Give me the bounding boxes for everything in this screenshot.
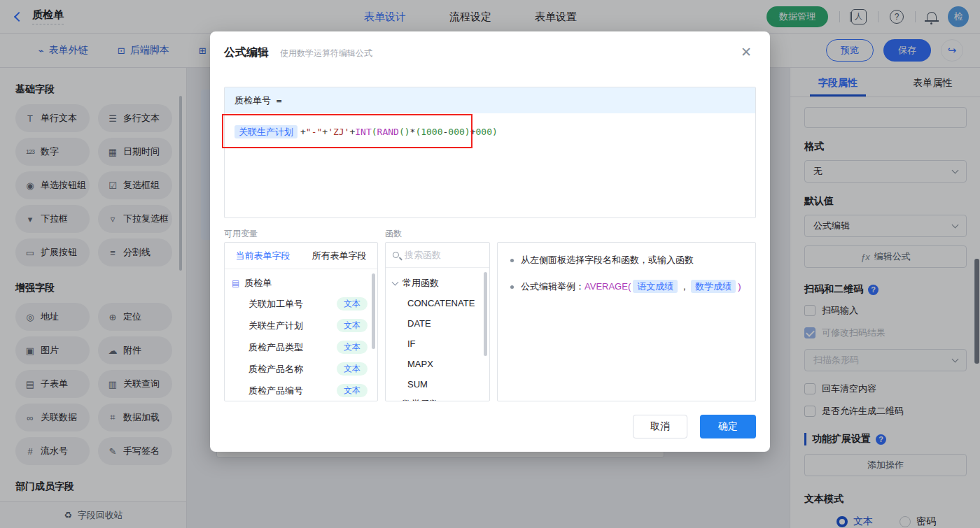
confirm-button[interactable]: 确定 — [700, 415, 756, 438]
variables-panel: 当前表单字段所有表单字段 ▤ 质检单 关联加工单号文本关联生产计划文本质检产品类… — [224, 242, 378, 401]
cancel-button[interactable]: 取消 — [633, 415, 687, 438]
tips-panel: 从左侧面板选择字段名和函数，或输入函数 公式编辑举例：AVERAGE(语文成绩，… — [497, 242, 756, 401]
function-group-label: 常用函数 — [402, 277, 439, 290]
formula-token: ) — [465, 127, 470, 137]
variables-scrollbar[interactable] — [372, 273, 375, 349]
search-placeholder: 搜索函数 — [405, 249, 441, 262]
formula-token: + — [470, 127, 476, 137]
formula-token: 000 — [448, 127, 464, 137]
page-scrollbar[interactable] — [975, 259, 979, 364]
formula-token: 'ZJ' — [328, 127, 349, 137]
formula-expression[interactable]: 关联生产计划+"-"+'ZJ'+INT(RAND()*(1000-000)+00… — [225, 113, 755, 151]
formula-token: ， — [680, 281, 689, 292]
function-item-IF[interactable]: IF — [393, 334, 489, 354]
variable-type-badge: 文本 — [337, 341, 368, 354]
variable-type-badge: 文本 — [337, 319, 368, 332]
function-item-DATE[interactable]: DATE — [393, 313, 489, 334]
variable-type-badge: 文本 — [337, 384, 368, 397]
tip-example: 公式编辑举例：AVERAGE(语文成绩，数学成绩) — [521, 279, 741, 294]
formula-editor-modal: 公式编辑 使用数学运算符编辑公式 ✕ 质检单号 = 关联生产计划+"-"+'ZJ… — [210, 31, 770, 452]
variables-label: 可用变量 — [224, 228, 258, 240]
field-token-数学成绩[interactable]: 数学成绩 — [691, 280, 736, 293]
variable-row-质检产品名称[interactable]: 质检产品名称文本 — [232, 358, 374, 380]
variable-row-质检产品编号[interactable]: 质检产品编号文本 — [232, 380, 374, 401]
bullet-icon — [510, 285, 514, 289]
form-root-label: 质检单 — [244, 277, 272, 290]
formula-token: AVERAGE( — [584, 281, 631, 292]
formula-token: ) — [738, 281, 741, 292]
vars-tab-所有表单字段[interactable]: 所有表单字段 — [301, 243, 377, 269]
function-group-常用函数[interactable]: 常用函数 — [393, 273, 489, 293]
functions-panel: 搜索函数 常用函数CONCATENATEDATEIFMAPXSUM数学函数文本函… — [385, 242, 490, 401]
field-token-关联生产计划[interactable]: 关联生产计划 — [234, 125, 298, 138]
formula-token: RAND — [377, 127, 399, 137]
function-item-MAPX[interactable]: MAPX — [393, 354, 489, 374]
variable-name: 关联生产计划 — [248, 320, 303, 332]
search-icon — [393, 252, 399, 258]
chevron-right-icon — [392, 401, 399, 401]
modal-title: 公式编辑 — [224, 45, 269, 60]
form-tree-root[interactable]: ▤ 质检单 — [232, 273, 374, 293]
formula-token: INT — [355, 127, 371, 137]
formula-editor[interactable]: 质检单号 = 关联生产计划+"-"+'ZJ'+INT(RAND()*(1000-… — [224, 87, 756, 218]
bullet-icon — [510, 259, 514, 262]
variable-type-badge: 文本 — [337, 362, 368, 376]
formula-token: () — [399, 127, 410, 137]
modal-header: 公式编辑 使用数学运算符编辑公式 — [210, 31, 770, 60]
chevron-down-icon — [392, 278, 399, 285]
close-icon[interactable]: ✕ — [741, 44, 752, 59]
form-doc-icon: ▤ — [232, 278, 239, 288]
function-search[interactable]: 搜索函数 — [386, 243, 489, 268]
variable-type-badge: 文本 — [337, 297, 368, 311]
formula-token: 1000 — [421, 127, 442, 137]
formula-token: + — [322, 127, 328, 137]
formula-token: ( — [372, 127, 377, 137]
function-group-数学函数[interactable]: 数学函数 — [393, 394, 489, 401]
tip-text: 从左侧面板选择字段名和函数，或输入函数 — [521, 252, 694, 268]
page-root: 质检单 表单设计流程设定表单设置 数据管理 ? 检 ⌁表单外链⊡后端脚本⊞数据权… — [0, 0, 980, 528]
modal-subtitle: 使用数学运算符编辑公式 — [280, 48, 372, 59]
function-item-SUM[interactable]: SUM — [393, 374, 489, 394]
functions-label: 函数 — [385, 228, 402, 240]
field-token-语文成绩[interactable]: 语文成绩 — [633, 280, 678, 293]
vars-tab-当前表单字段[interactable]: 当前表单字段 — [225, 243, 301, 269]
formula-token: ) — [492, 127, 498, 137]
tip-line: 从左侧面板选择字段名和函数，或输入函数 — [510, 252, 743, 268]
formula-token: + — [300, 127, 306, 137]
function-group-label: 数学函数 — [402, 398, 439, 401]
variable-row-关联生产计划[interactable]: 关联生产计划文本 — [232, 315, 374, 336]
formula-token: 000 — [476, 127, 492, 137]
formula-target: 质检单号 = — [225, 87, 755, 113]
variable-name: 质检产品类型 — [248, 341, 303, 354]
variable-row-关联加工单号[interactable]: 关联加工单号文本 — [232, 293, 374, 315]
tip-line: 公式编辑举例：AVERAGE(语文成绩，数学成绩) — [510, 279, 743, 294]
modal-footer: 取消 确定 — [633, 415, 756, 438]
function-item-CONCATENATE[interactable]: CONCATENATE — [393, 293, 489, 313]
formula-token: "-" — [306, 127, 322, 137]
variable-name: 质检产品名称 — [248, 363, 303, 376]
variable-row-质检产品类型[interactable]: 质检产品类型文本 — [232, 336, 374, 358]
functions-scrollbar[interactable] — [484, 272, 487, 356]
variable-name: 关联加工单号 — [248, 298, 303, 311]
variable-name: 质检产品编号 — [248, 385, 303, 397]
